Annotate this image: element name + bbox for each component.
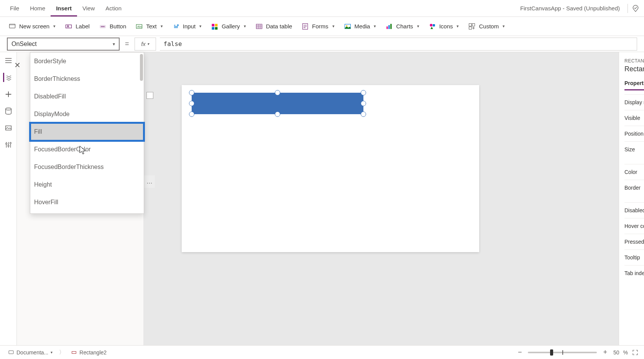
- screen-icon: [8, 23, 16, 30]
- canvas-area[interactable]: [143, 52, 644, 345]
- menu-view[interactable]: View: [77, 0, 100, 16]
- chevron-down-icon: ▾: [199, 24, 202, 29]
- data-icon[interactable]: [4, 107, 13, 116]
- shape-icon: [71, 349, 77, 356]
- close-icon[interactable]: ✕: [14, 61, 21, 70]
- more-options-button[interactable]: …: [144, 175, 155, 188]
- svg-rect-8: [212, 24, 215, 26]
- prop-row-disabledcolor[interactable]: Disabled co: [624, 202, 644, 218]
- zoom-slider[interactable]: [528, 352, 597, 353]
- left-rail: [0, 52, 17, 345]
- charts-button[interactable]: Charts ▾: [385, 23, 419, 30]
- svg-rect-17: [389, 25, 390, 29]
- svg-rect-21: [469, 23, 472, 26]
- prop-row-border[interactable]: Border: [624, 180, 644, 195]
- property-input[interactable]: [12, 41, 115, 48]
- svg-point-15: [346, 25, 347, 26]
- menu-insert[interactable]: Insert: [51, 0, 77, 16]
- property-select[interactable]: ▾: [7, 38, 120, 51]
- prop-row-visible[interactable]: Visible: [624, 110, 644, 126]
- chevron-down-icon: ▾: [417, 24, 419, 29]
- label-button[interactable]: Label: [65, 23, 90, 30]
- prop-row-tabindex[interactable]: Tab index: [624, 265, 644, 281]
- custom-button[interactable]: Custom ▾: [468, 23, 505, 30]
- table-icon: [255, 23, 263, 30]
- prop-row-displaymode[interactable]: Display mo: [624, 94, 644, 110]
- menu-action[interactable]: Action: [100, 0, 127, 16]
- prop-item-hoverfill[interactable]: HoverFill: [30, 193, 144, 211]
- breadcrumb-element-label: Rectangle2: [79, 349, 107, 356]
- hamburger-icon[interactable]: [4, 56, 13, 65]
- svg-rect-16: [387, 26, 388, 29]
- prop-item-disabledfill[interactable]: DisabledFill: [30, 88, 144, 105]
- resize-handle-bm[interactable]: [275, 111, 280, 117]
- text-icon: Abc: [135, 23, 143, 30]
- button-button[interactable]: Button: [99, 23, 126, 30]
- resize-handle-ml[interactable]: [189, 101, 194, 106]
- resize-handle-br[interactable]: [361, 111, 366, 117]
- label-icon: [65, 23, 72, 30]
- svg-rect-1: [10, 24, 15, 25]
- button-icon: [99, 23, 107, 30]
- zoom-in-button[interactable]: +: [601, 348, 610, 356]
- fx-button[interactable]: fx ▾: [135, 38, 156, 51]
- menubar: File Home Insert View Action FirstCanvas…: [0, 0, 644, 17]
- advanced-tools-icon[interactable]: [4, 140, 13, 149]
- properties-panel: RECTANGLE Rectangle Properties Display m…: [619, 52, 644, 345]
- svg-point-28: [10, 143, 11, 144]
- app-checker-icon[interactable]: [632, 5, 639, 12]
- input-icon: [172, 23, 180, 30]
- media-rail-icon[interactable]: [4, 123, 13, 133]
- prop-row-size[interactable]: Size: [624, 141, 644, 157]
- prop-row-pressedcolor[interactable]: Pressed col: [624, 234, 644, 249]
- element-name: Rectangle: [624, 65, 644, 73]
- custom-icon: [468, 23, 476, 30]
- resize-handle-mr[interactable]: [361, 101, 366, 106]
- text-button[interactable]: Abc Text ▾: [135, 23, 163, 30]
- prop-item-borderstyle[interactable]: BorderStyle: [30, 52, 144, 70]
- menu-file[interactable]: File: [5, 0, 25, 16]
- prop-item-borderthickness[interactable]: BorderThickness: [30, 70, 144, 88]
- breadcrumb-screen[interactable]: Documenta... ▾: [5, 348, 55, 357]
- prop-row-color[interactable]: Color: [624, 164, 644, 180]
- selected-rectangle[interactable]: [192, 93, 363, 114]
- menu-home[interactable]: Home: [25, 0, 51, 16]
- prop-row-hovercolor[interactable]: Hover colo: [624, 218, 644, 234]
- label-label: Label: [76, 23, 90, 30]
- tab-properties[interactable]: Properties: [624, 80, 644, 90]
- breadcrumb-separator: 〉: [59, 349, 64, 356]
- zoom-out-button[interactable]: −: [516, 348, 524, 356]
- fit-to-screen-icon[interactable]: [632, 349, 639, 356]
- prop-item-focusedbordercolor[interactable]: FocusedBorderColor: [30, 141, 144, 158]
- resize-handle-tl[interactable]: [189, 90, 194, 95]
- formula-input[interactable]: false: [160, 38, 637, 51]
- chevron-down-icon: ▾: [51, 350, 53, 354]
- prop-row-tooltip[interactable]: Tooltip: [624, 249, 644, 265]
- icons-button[interactable]: Icons ▾: [429, 23, 459, 30]
- prop-row-position[interactable]: Position: [624, 126, 644, 141]
- prop-item-height[interactable]: Height: [30, 176, 144, 193]
- resize-handle-bl[interactable]: [189, 111, 194, 117]
- forms-button[interactable]: Forms ▾: [301, 23, 335, 30]
- canvas-page[interactable]: [182, 85, 479, 252]
- datatable-button[interactable]: Data table: [255, 23, 292, 30]
- new-screen-button[interactable]: New screen ▾: [8, 23, 56, 30]
- gallery-button[interactable]: Gallery ▾: [211, 23, 246, 30]
- resize-handle-tm[interactable]: [275, 90, 280, 95]
- resize-handle-tr[interactable]: [361, 90, 366, 95]
- new-screen-label: New screen: [19, 23, 49, 30]
- tree-view-icon[interactable]: [3, 73, 12, 82]
- body: ✕ … BorderStyle BorderThickness Disabled…: [0, 52, 644, 345]
- prop-item-displaymode[interactable]: DisplayMode: [30, 105, 144, 123]
- prop-item-focusedborderthickness[interactable]: FocusedBorderThickness: [30, 158, 144, 176]
- chevron-down-icon: ▾: [374, 24, 376, 29]
- input-button[interactable]: Input ▾: [172, 23, 202, 30]
- custom-label: Custom: [479, 23, 499, 30]
- form-icon: [301, 23, 309, 30]
- breadcrumb-element[interactable]: Rectangle2: [68, 348, 109, 357]
- svg-rect-20: [432, 24, 435, 26]
- prop-item-fill[interactable]: Fill: [30, 123, 144, 141]
- svg-rect-29: [9, 351, 13, 354]
- insert-icon[interactable]: [4, 90, 13, 99]
- media-button[interactable]: Media ▾: [344, 23, 376, 30]
